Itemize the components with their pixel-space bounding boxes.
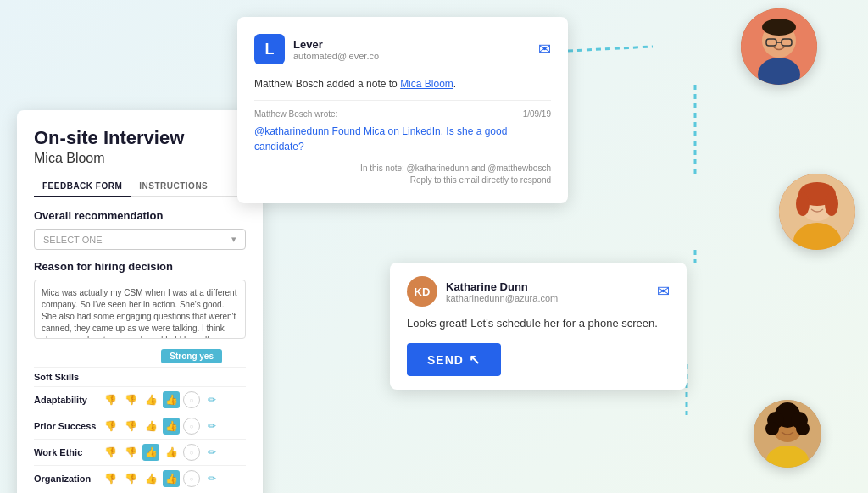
skills-table: Strong yes Soft Skills Adaptability 👎 👎 … [34, 349, 246, 491]
email-sender-addr-1: automated@lever.co [293, 51, 538, 61]
rating-thumbs-up-selected-2[interactable]: 👍 [163, 418, 180, 435]
skill-row-prior-success: Prior Success 👎 👎 👍 👍 ○ ✏ [34, 413, 246, 439]
rating-thumbs-up-3[interactable]: 👍 [163, 444, 180, 461]
rating-thumbs-down-4[interactable]: 👎 [122, 470, 139, 487]
email-sender-addr-2: katharinedunn@azura.com [446, 293, 657, 303]
avatar-katharine: KD [407, 276, 437, 307]
cursor-icon: ↖ [469, 352, 481, 368]
skill-ratings-organization[interactable]: 👎 👎 👍 👍 ○ ✏ [102, 470, 246, 487]
skill-label-prior-success: Prior Success [34, 421, 102, 431]
interview-subtitle: Mica Bloom [34, 151, 246, 166]
edit-icon-3[interactable]: ✏ [203, 444, 220, 461]
edit-icon-4[interactable]: ✏ [203, 470, 220, 487]
email-body-link[interactable]: Mica Bloom [400, 78, 453, 90]
email-sender-name-1: Lever [293, 38, 538, 51]
email-header-1: L Lever automated@lever.co ✉ [254, 34, 551, 64]
reason-section-title: Reason for hiring decision [34, 260, 246, 273]
skill-ratings-prior-success[interactable]: 👎 👎 👍 👍 ○ ✏ [102, 418, 246, 435]
email-body-1: Matthew Bosch added a note to Mica Bloom… [254, 76, 551, 91]
interview-title: On-site Interview [34, 127, 246, 149]
rating-circle-3[interactable]: ○ [183, 444, 200, 461]
rating-thumbs-up-selected[interactable]: 👍 [163, 391, 180, 408]
rating-circle-2[interactable]: ○ [183, 418, 200, 435]
email-note-line2: Reply to this email directly to respond [254, 174, 551, 186]
message-date: 1/09/19 [523, 109, 551, 119]
avatar-man-glasses [741, 8, 817, 85]
svg-point-7 [762, 19, 796, 36]
email-card-2: KD Katharine Dunn katharinedunn@azura.co… [390, 263, 687, 390]
svg-point-24 [796, 422, 810, 435]
avatar-woman-red-hair [779, 174, 855, 250]
send-button[interactable]: SEND ↖ [407, 343, 501, 376]
tab-instructions[interactable]: INSTRUCTIONS [131, 176, 216, 196]
avatar-man-svg [741, 8, 817, 85]
email-body-link-suffix: . [453, 78, 456, 90]
skill-row-work-ethic: Work Ethic 👎 👎 👍 👍 ○ ✏ [34, 439, 246, 465]
overall-section-title: Overall recommendation [34, 209, 246, 222]
interview-card: On-site Interview Mica Bloom FEEDBACK FO… [17, 110, 263, 493]
reply-text: Looks great! Let's schedule her for a ph… [407, 317, 670, 330]
skill-label-adaptability: Adaptability [34, 395, 102, 405]
email-header-2: KD Katharine Dunn katharinedunn@azura.co… [407, 276, 670, 307]
edit-icon[interactable]: ✏ [203, 391, 220, 408]
svg-line-0 [568, 47, 653, 51]
email-note-1: In this note: @katharinedunn and @matthe… [254, 163, 551, 186]
rating-thumbs-up-2[interactable]: 👍 [142, 418, 159, 435]
email-card-1: L Lever automated@lever.co ✉ Matthew Bos… [237, 17, 568, 203]
tab-feedback-form[interactable]: FEEDBACK FORM [34, 176, 131, 197]
rating-thumbs-up-selected-3[interactable]: 👍 [142, 444, 159, 461]
rating-circle-4[interactable]: ○ [183, 470, 200, 487]
skill-row-adaptability: Adaptability 👎 👎 👍 👍 ○ ✏ [34, 386, 246, 413]
select-one-dropdown[interactable]: SELECT ONE ▾ [34, 229, 246, 250]
skill-row-organization: Organization 👎 👎 👍 👍 ○ ✏ [34, 465, 246, 491]
edit-icon-2[interactable]: ✏ [203, 418, 220, 435]
skill-ratings-adaptability[interactable]: 👎 👎 👍 👍 ○ ✏ [102, 391, 246, 408]
lever-logo: L [254, 34, 285, 64]
avatar-woman-curly [754, 400, 821, 468]
skills-header-row: Strong yes [34, 349, 246, 363]
svg-point-15 [796, 192, 810, 216]
rating-thumbs-down-2[interactable]: 👎 [122, 418, 139, 435]
chevron-down-icon: ▾ [231, 234, 236, 245]
rating-circle[interactable]: ○ [183, 391, 200, 408]
rating-thumbs-down-3[interactable]: 👎 [122, 444, 139, 461]
skill-label-work-ethic: Work Ethic [34, 447, 102, 457]
avatar-woman-curly-svg [754, 400, 821, 468]
email-note-line1: In this note: @katharinedunn and @matthe… [254, 163, 551, 174]
wrote-label: Matthew Bosch wrote: [254, 109, 337, 119]
divider-1 [254, 100, 551, 101]
message-meta-1: Matthew Bosch wrote: 1/09/19 [254, 109, 551, 119]
svg-point-16 [825, 192, 838, 216]
mail-icon-2: ✉ [657, 282, 670, 301]
email-sender-info-1: Lever automated@lever.co [293, 38, 538, 61]
skill-label-soft-skills: Soft Skills [34, 372, 102, 382]
rating-thumbs-down-double-2[interactable]: 👎 [102, 418, 119, 435]
skill-label-organization: Organization [34, 474, 102, 484]
rating-thumbs-up-selected-4[interactable]: 👍 [163, 470, 180, 487]
strong-yes-badge: Strong yes [161, 349, 222, 363]
rating-thumbs-up-4[interactable]: 👍 [142, 470, 159, 487]
email-sender-info-2: Katharine Dunn katharinedunn@azura.com [446, 280, 657, 303]
rating-thumbs-down-double-3[interactable]: 👎 [102, 444, 119, 461]
email-body-text-1: Matthew Bosch added a note to [254, 78, 398, 90]
send-label: SEND [427, 353, 464, 367]
rating-thumbs-down-double-4[interactable]: 👎 [102, 470, 119, 487]
tab-bar: FEEDBACK FORM INSTRUCTIONS [34, 176, 246, 197]
avatar-woman-svg [779, 174, 855, 250]
rating-thumbs-up[interactable]: 👍 [142, 391, 159, 408]
mail-icon-1: ✉ [538, 40, 551, 58]
skill-row-soft-skills: Soft Skills [34, 367, 246, 386]
message-text-1: @katharinedunn Found Mica on LinkedIn. I… [254, 124, 551, 154]
email-sender-name-2: Katharine Dunn [446, 280, 657, 293]
select-placeholder: SELECT ONE [43, 235, 103, 245]
lever-logo-letter: L [265, 41, 275, 58]
svg-point-23 [765, 422, 779, 435]
rating-thumbs-down-double[interactable]: 👎 [102, 391, 119, 408]
skill-ratings-work-ethic[interactable]: 👎 👎 👍 👍 ○ ✏ [102, 444, 246, 461]
rating-thumbs-down[interactable]: 👎 [122, 391, 139, 408]
reason-text[interactable]: Mica was actually my CSM when I was at a… [34, 280, 246, 339]
scene: On-site Interview Mica Bloom FEEDBACK FO… [0, 0, 868, 493]
